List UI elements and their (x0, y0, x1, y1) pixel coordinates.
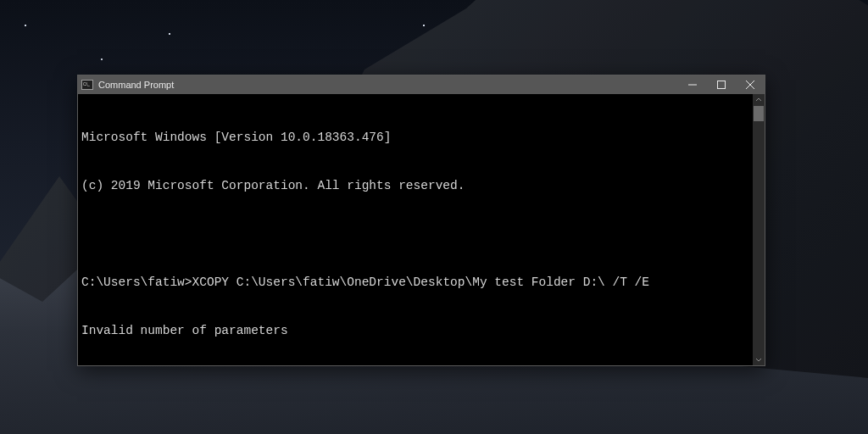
command-line-1: C:\Users\fatiw>XCOPY C:\Users\fatiw\OneD… (81, 275, 760, 291)
vertical-scrollbar[interactable] (753, 94, 765, 365)
minimize-button[interactable] (678, 75, 707, 94)
version-line: Microsoft Windows [Version 10.0.18363.47… (81, 130, 760, 146)
titlebar[interactable]: Command Prompt (78, 75, 765, 94)
terminal-output[interactable]: Microsoft Windows [Version 10.0.18363.47… (78, 94, 765, 365)
svg-rect-0 (718, 81, 726, 89)
command-prompt-window: Command Prompt Microsoft Windows [Versio… (77, 75, 765, 366)
copyright-line: (c) 2019 Microsoft Corporation. All righ… (81, 178, 760, 194)
command-text: XCOPY C:\Users\fatiw\OneDrive\Desktop\My… (192, 275, 650, 289)
scroll-up-button[interactable] (753, 94, 765, 106)
scroll-down-button[interactable] (753, 353, 765, 365)
blank-line (81, 226, 760, 242)
cmd-icon (81, 80, 93, 90)
close-button[interactable] (736, 75, 765, 94)
prompt-text: C:\Users\fatiw> (81, 275, 192, 289)
scrollbar-track[interactable] (753, 106, 765, 353)
maximize-button[interactable] (707, 75, 736, 94)
window-title: Command Prompt (98, 80, 174, 90)
scrollbar-thumb[interactable] (754, 106, 764, 121)
error-line: Invalid number of parameters (81, 323, 760, 339)
